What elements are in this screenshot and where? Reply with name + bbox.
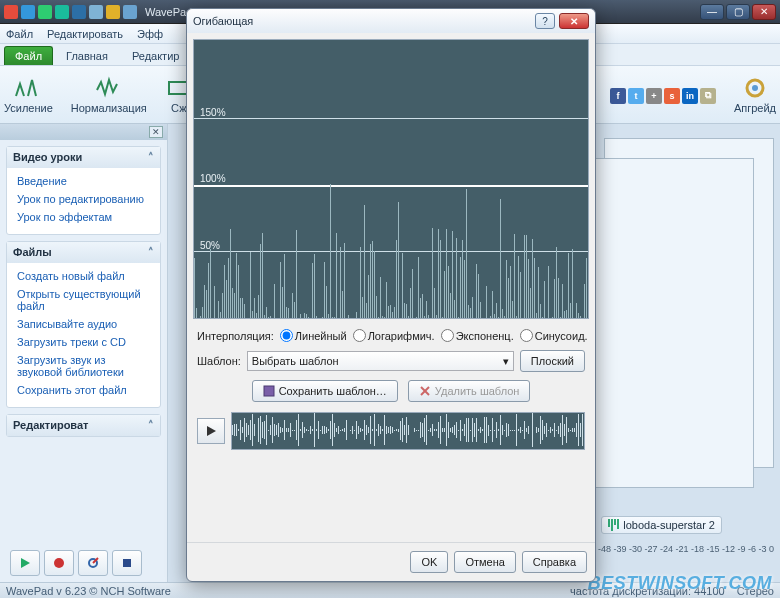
quick-access-icons [4,5,137,19]
template-actions: Сохранить шаблон… Удалить шаблон [187,376,595,406]
template-label: Шаблон: [197,355,241,367]
preview-row [197,412,585,450]
menu-edit[interactable]: Редактировать [47,28,123,40]
sidebar-link[interactable]: Введение [17,172,150,190]
window-controls: — ▢ ✕ [700,4,776,20]
minimize-button[interactable]: — [700,4,724,20]
svg-point-4 [54,558,64,568]
panel-edit: Редактироват˄ [6,414,161,437]
save-icon [263,385,275,397]
twitter-icon[interactable]: t [628,88,644,104]
tab-home[interactable]: Главная [55,46,119,65]
chevron-up-icon[interactable]: ˄ [148,151,154,164]
track-bars-icon [608,519,619,531]
db-ruler: -57 -48 -39 -30 -27 -24 -21 -18 -15 -12 … [582,544,774,554]
dialog-footer: OK Отмена Справка [187,542,595,581]
preview-play-button[interactable] [197,418,225,444]
tab-edit[interactable]: Редактир [121,46,191,65]
chevron-up-icon[interactable]: ˄ [148,419,154,432]
stumble-icon[interactable]: s [664,88,680,104]
svg-marker-3 [21,558,30,568]
sidebar-link[interactable]: Записывайте аудио [17,315,150,333]
panel-header: Файлы [13,246,52,259]
radio-log[interactable]: Логарифмич. [353,329,435,342]
radio-exp[interactable]: Экспоненц. [441,329,514,342]
panel-video-lessons: Видео уроки˄ Введение Урок по редактиров… [6,146,161,235]
ribbon-label: Апгрейд [734,102,776,114]
preview-waveform[interactable] [231,412,585,450]
close-button[interactable]: ✕ [752,4,776,20]
qa-icon[interactable] [123,5,137,19]
record-button[interactable] [44,550,74,576]
linkedin-icon[interactable]: in [682,88,698,104]
status-version: WavePad v 6.23 © NCH Software [6,585,171,597]
panel-header: Редактироват [13,419,89,432]
ribbon-normalize[interactable]: Нормализация [71,70,147,119]
delete-icon [419,385,431,397]
flat-button[interactable]: Плоский [520,350,585,372]
qa-icon[interactable] [106,5,120,19]
delete-template-button[interactable]: Удалить шаблон [408,380,531,402]
svg-rect-0 [169,82,187,94]
cancel-button[interactable]: Отмена [454,551,515,573]
svg-rect-7 [123,559,131,567]
radio-linear[interactable]: Линейный [280,329,347,342]
panel-files: Файлы˄ Создать новый файл Открыть сущест… [6,241,161,408]
ribbon-label: Нормализация [71,102,147,114]
svg-marker-11 [207,426,216,436]
qa-icon[interactable] [72,5,86,19]
envelope-dialog: Огибающая ? ✕ 150% 100% 50% Интерполяция… [186,8,596,582]
dialog-close-button[interactable]: ✕ [559,13,589,29]
sidebar-link[interactable]: Загрузить треки с CD [17,333,150,351]
sidebar-link[interactable]: Сохранить этот файл [17,381,150,399]
amplify-icon [14,76,42,100]
svg-rect-8 [264,386,274,396]
stop-button[interactable] [112,550,142,576]
sidebar-link[interactable]: Урок по редактированию [17,190,150,208]
ribbon-upgrade[interactable]: Апгрейд [734,70,776,119]
track-chip[interactable]: loboda-superstar 2 [601,516,722,534]
sidebar: ✕ Видео уроки˄ Введение Урок по редактир… [0,124,168,582]
scrub-button[interactable] [78,550,108,576]
tab-file[interactable]: Файл [4,46,53,65]
qa-icon[interactable] [38,5,52,19]
qa-icon[interactable] [4,5,18,19]
envelope-canvas[interactable]: 150% 100% 50% [193,39,589,319]
ok-button[interactable]: OK [410,551,448,573]
qa-icon[interactable] [89,5,103,19]
plus-icon[interactable]: + [646,88,662,104]
chevron-up-icon[interactable]: ˄ [148,246,154,259]
help-button[interactable]: Справка [522,551,587,573]
facebook-icon[interactable]: f [610,88,626,104]
sidebar-strip: ✕ [0,124,167,140]
menu-file[interactable]: Файл [6,28,33,40]
ribbon-amplify[interactable]: Усиление [4,70,53,119]
dialog-title: Огибающая [193,15,531,27]
transport-controls [10,550,142,576]
track-name: loboda-superstar 2 [623,519,715,531]
template-combo[interactable]: Выбрать шаблон▾ [247,351,514,371]
save-template-button[interactable]: Сохранить шаблон… [252,380,398,402]
sidebar-link[interactable]: Урок по эффектам [17,208,150,226]
sidebar-link[interactable]: Создать новый файл [17,267,150,285]
dialog-help-button[interactable]: ? [535,13,555,29]
ribbon-label: Усиление [4,102,53,114]
radio-sine[interactable]: Синусоид. [520,329,588,342]
normalize-icon [95,76,123,100]
menu-effects[interactable]: Эфф [137,28,163,40]
sidebar-link[interactable]: Загрузить звук из звуковой библиотеки [17,351,150,381]
qa-icon[interactable] [55,5,69,19]
social-icons: f t + s in ⧉ [610,88,716,104]
maximize-button[interactable]: ▢ [726,4,750,20]
svg-point-2 [752,85,758,91]
sidebar-close-icon[interactable]: ✕ [149,126,163,138]
play-button[interactable] [10,550,40,576]
qa-icon[interactable] [21,5,35,19]
share-icon[interactable]: ⧉ [700,88,716,104]
sidebar-link[interactable]: Открыть существующий файл [17,285,150,315]
dialog-titlebar[interactable]: Огибающая ? ✕ [187,9,595,33]
interpolation-label: Интерполяция: [197,330,274,342]
template-row: Шаблон: Выбрать шаблон▾ Плоский [187,346,595,376]
background-audio-window[interactable] [584,158,754,488]
watermark: BESTWINSOFT.COM [588,573,772,594]
